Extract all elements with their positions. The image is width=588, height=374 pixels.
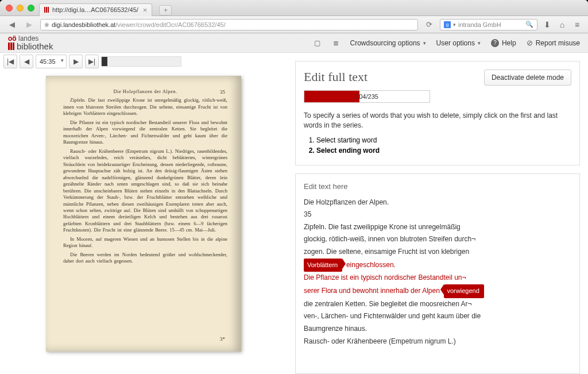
back-button[interactable]: ◀	[6, 19, 18, 30]
edit-progress-bar: 104/235	[304, 90, 430, 103]
scan-foot: 3*	[220, 336, 225, 342]
ocr-line[interactable]: Vorblättern eingeschlossen.	[304, 259, 571, 272]
ocr-line[interactable]: Die Holzpflanzen der Alpen.	[304, 196, 571, 209]
search-magnifier-icon[interactable]: 🔍	[525, 21, 533, 28]
ocr-line[interactable]: zogen. Die seltene, einsamige Frucht ist…	[304, 246, 571, 259]
site-logo[interactable]: oö landes bibliothek	[8, 35, 53, 51]
traffic-lights	[6, 5, 34, 11]
ocr-line[interactable]: Die Pflanze ist ein typisch nordischer B…	[304, 272, 571, 284]
chevron-down-icon: ▾	[423, 40, 426, 46]
header-nav: ▢ ≣ Crowdsourcing options ▾ User options…	[314, 38, 581, 47]
url-host: digi.landesbibliothek.at	[52, 21, 115, 28]
browser-search-field[interactable]: g ▾ intranda GmbH 🔍	[440, 19, 537, 30]
step-item: Select starting word	[316, 136, 571, 144]
favicon-icon	[44, 7, 49, 13]
search-placeholder: intranda GmbH	[458, 21, 501, 28]
chevron-down-icon: ▾	[478, 40, 481, 46]
help-link[interactable]: ?Help	[491, 39, 516, 47]
tab-title: http://digi.la…AC06766532/45/	[52, 6, 138, 13]
maximize-window-button[interactable]	[28, 5, 34, 11]
ocr-panel-heading: Edit text here	[304, 182, 571, 191]
page: oö landes bibliothek ▢ ≣ Crowdsourcing o…	[0, 33, 588, 374]
delete-end-tag[interactable]: vorwiegend	[444, 284, 484, 298]
titlebar: http://digi.la…AC06766532/45/ × +	[0, 0, 588, 16]
edit-pane: Deactivate delete mode Edit full text 10…	[287, 53, 588, 374]
body-row: |◀ ◀ 45:35 ▶ ▶| Die Holzpflanzen der Alp…	[0, 53, 588, 374]
page-progress[interactable]	[101, 56, 181, 67]
ocr-line[interactable]: serer Flora und bewohnt innerhalb der Al…	[304, 284, 571, 298]
page-select[interactable]: 45:35	[36, 55, 67, 68]
step-item: Select ending word	[316, 146, 571, 155]
edit-fulltext-panel: Deactivate delete mode Edit full text 10…	[295, 61, 580, 165]
search-dropdown-icon[interactable]: ▾	[453, 22, 456, 28]
globe-icon: ◉	[44, 21, 49, 28]
ocr-line[interactable]: glockig, rötlich-weiß, innen von blutrot…	[304, 233, 571, 246]
report-misuse-link[interactable]: ⊘Report misuse	[527, 38, 580, 47]
prev-page-button[interactable]: ◀	[20, 55, 33, 68]
scan-paragraph: Rausch- oder Krähenbeere (Empetrum nigru…	[63, 148, 227, 234]
scan-paragraph: Die Pflanze ist ein typisch nordischer B…	[63, 119, 227, 146]
viewer-pane: |◀ ◀ 45:35 ▶ ▶| Die Holzpflanzen der Alp…	[0, 53, 287, 374]
help-icon: ?	[491, 39, 499, 47]
running-head: Die Holzpflanzen der Alpen.	[63, 88, 227, 95]
crowdsourcing-menu[interactable]: Crowdsourcing options ▾	[350, 39, 426, 47]
browser-tab[interactable]: http://digi.la…AC06766532/45/ ×	[39, 3, 152, 16]
page-select-wrap: 45:35	[36, 55, 67, 68]
browser-window: http://digi.la…AC06766532/45/ × + ◀ ▶ ◉ …	[0, 0, 588, 374]
google-icon: g	[444, 21, 451, 28]
ocr-line[interactable]: die zentralen Ketten. Sie begleitet die …	[304, 298, 571, 311]
url-field[interactable]: ◉ digi.landesbibliothek.at/viewer/crowd/…	[40, 19, 418, 30]
logo-bottom: bibliothek	[8, 42, 53, 51]
url-toolbar: ◀ ▶ ◉ digi.landesbibliothek.at/viewer/cr…	[0, 16, 588, 33]
close-window-button[interactable]	[6, 5, 13, 11]
ocr-edit-panel: Edit text here Die Holzpflanzen der Alpe…	[295, 173, 580, 374]
scan-paragraph: Zipfeln. Die fast zweilippige Krone ist …	[63, 97, 227, 117]
delete-range-word[interactable]: serer Flora und bewohnt innerhalb der Al…	[304, 287, 440, 295]
deactivate-delete-button[interactable]: Deactivate delete mode	[484, 70, 571, 86]
scanned-page: Die Holzpflanzen der Alpen. 35 Zipfeln. …	[46, 76, 241, 352]
next-page-button[interactable]: ▶	[69, 55, 83, 68]
user-menu[interactable]: User options ▾	[436, 39, 481, 47]
delete-steps: Select starting word Select ending word	[304, 136, 571, 155]
url-path: /viewer/crowd/editOcr/AC06766532/45/	[115, 21, 225, 28]
ocr-text[interactable]: Die Holzpflanzen der Alpen. 35 Zipfeln. …	[304, 196, 571, 348]
ocr-line[interactable]: Baumgrenze hinaus.	[304, 323, 571, 336]
page-number: 35	[220, 88, 225, 95]
delete-start-tag[interactable]: Vorblättern	[304, 259, 342, 272]
first-page-button[interactable]: |◀	[3, 55, 17, 68]
menu-icon[interactable]: ≡	[572, 20, 582, 30]
download-icon[interactable]: ⬇	[542, 20, 552, 30]
ocr-line[interactable]: Rausch- oder Krähenbeere (Empetrum nigru…	[304, 336, 571, 348]
ocr-line[interactable]: 35	[304, 209, 571, 221]
forward-button[interactable]: ▶	[23, 19, 36, 30]
delete-range-word[interactable]: eingeschlossen.	[346, 261, 396, 269]
scan-paragraph: In Mooren, auf mageren Wiesen und an hum…	[63, 236, 227, 249]
home-icon[interactable]: ⌂	[557, 20, 567, 30]
scan-paragraph: Die Beeren werden im Norden bedeutend gr…	[63, 252, 227, 265]
site-header: oö landes bibliothek ▢ ≣ Crowdsourcing o…	[0, 33, 588, 53]
scan-viewport[interactable]: Die Holzpflanzen der Alpen. 35 Zipfeln. …	[0, 70, 287, 374]
close-tab-icon[interactable]: ×	[143, 6, 148, 14]
minimize-window-button[interactable]	[17, 5, 24, 11]
single-page-view-icon[interactable]: ▢	[314, 39, 322, 47]
page-toolbar: |◀ ◀ 45:35 ▶ ▶|	[0, 53, 287, 70]
reload-button[interactable]: ⟳	[423, 19, 435, 30]
ocr-line[interactable]: Zipfeln. Die fast zweilippige Krone ist …	[304, 221, 571, 234]
new-tab-button[interactable]: +	[159, 5, 172, 16]
list-view-icon[interactable]: ≣	[332, 39, 340, 47]
last-page-button[interactable]: ▶|	[85, 55, 99, 68]
edit-progress-label: 104/235	[355, 93, 378, 100]
ocr-line[interactable]: ven-, Lärchen- und Fichtenwälder und geh…	[304, 310, 571, 323]
warning-icon: ⊘	[527, 38, 533, 47]
delete-instructions: To specify a series of words that you wi…	[304, 111, 571, 130]
